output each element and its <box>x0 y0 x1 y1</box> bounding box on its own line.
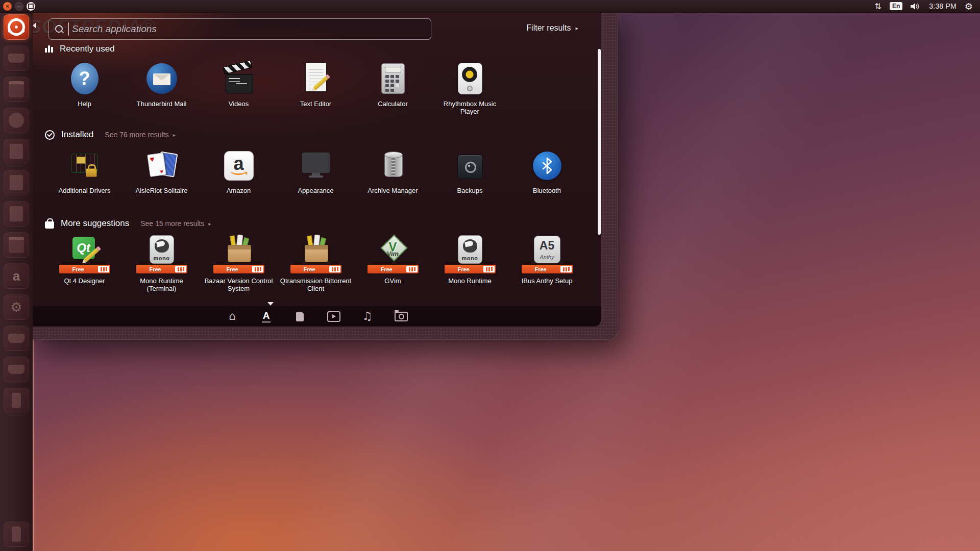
app-tile-backups[interactable]: Backups <box>431 146 508 194</box>
app-tile-bluetooth[interactable]: Bluetooth <box>508 146 585 194</box>
solitaire-icon <box>145 148 178 181</box>
app-tile-qt-designer[interactable]: Qt Free Qt 4 Designer <box>46 235 123 292</box>
software-center-chip-icon <box>175 266 186 272</box>
chevron-right-icon: ▸ <box>173 132 176 138</box>
maximize-button[interactable] <box>27 2 35 11</box>
calculator-icon <box>381 63 405 94</box>
launcher-item-libreoffice-writer[interactable] <box>4 139 29 164</box>
app-tile-archive-manager[interactable]: Archive Manager <box>354 146 431 194</box>
launcher-item-firefox[interactable] <box>4 108 29 133</box>
dash-frame: SOFTPEDIA® Search applications Filter re… <box>33 12 618 340</box>
app-tile-mono-runtime[interactable]: mono Free Mono Runtime <box>431 235 508 292</box>
search-input[interactable]: Search applications <box>48 18 431 40</box>
free-badge: Free <box>290 265 341 273</box>
search-placeholder: Search applications <box>72 23 157 35</box>
lens-home[interactable]: ⌂ <box>226 310 239 323</box>
close-button[interactable]: × <box>3 2 12 11</box>
lens-videos[interactable] <box>327 310 340 323</box>
free-badge: Free <box>445 265 496 273</box>
gvim-icon: VVim <box>378 235 408 264</box>
videos-icon <box>224 62 254 94</box>
desktop-screen: × – ⇅ En 3:38 PM ⚙ a ⚙ <box>0 0 980 551</box>
minimize-button[interactable]: – <box>15 2 23 11</box>
keyboard-layout-indicator[interactable]: En <box>890 2 902 10</box>
launcher-item-trash[interactable] <box>4 521 29 547</box>
installed-grid: Additional Drivers AisleRiot Solitaire a… <box>46 146 585 194</box>
camera-icon <box>395 312 408 321</box>
launcher-item-libreoffice-impress[interactable] <box>4 201 29 227</box>
app-tile-thunderbird[interactable]: Thunderbird Mail <box>123 59 200 115</box>
launcher-item-disk-drive-2[interactable] <box>4 357 29 382</box>
bluetooth-icon <box>533 152 561 180</box>
expand-results-arrow-icon[interactable] <box>267 302 274 306</box>
launcher-item-libreoffice-calc[interactable] <box>4 170 29 195</box>
see-more-suggestions[interactable]: See 15 more results▸ <box>140 219 211 228</box>
suggestions-bag-icon <box>45 221 54 229</box>
app-tile-calculator[interactable]: Calculator <box>354 59 431 115</box>
launcher-item-disk-drive-1[interactable] <box>4 325 29 351</box>
lens-applications[interactable]: A <box>260 310 273 323</box>
ibus-anthy-icon: A5Anthy <box>534 236 560 263</box>
launcher-item-ubuntu-software-center[interactable] <box>4 232 29 258</box>
launcher-item-system-settings[interactable]: ⚙ <box>4 294 29 320</box>
launcher-item-ubuntu-dash-home[interactable] <box>4 14 29 40</box>
appearance-icon <box>300 148 332 181</box>
software-center-chip-icon <box>560 266 572 272</box>
launcher-item-install-release[interactable] <box>4 45 29 71</box>
software-center-chip-icon <box>98 266 109 272</box>
applications-icon: A <box>262 311 271 322</box>
software-center-chip-icon <box>406 266 418 272</box>
archive-manager-icon <box>377 148 409 181</box>
software-center-chip-icon <box>483 266 495 272</box>
app-tile-qtransmission[interactable]: Free Qtransmission Bittorrent Client <box>277 235 354 292</box>
file-icon <box>296 312 304 321</box>
free-badge: Free <box>522 265 573 273</box>
free-badge: Free <box>368 265 419 273</box>
app-tile-videos[interactable]: Videos <box>200 59 277 115</box>
software-center-chip-icon <box>252 266 263 272</box>
volume-indicator-icon[interactable] <box>911 3 921 10</box>
app-tile-text-editor[interactable]: Text Editor <box>277 59 354 115</box>
section-header-more-suggestions: More suggestions See 15 more results▸ <box>33 216 601 231</box>
app-tile-ibus-anthy[interactable]: A5Anthy Free IBus Anthy Setup <box>508 235 585 292</box>
qt-designer-icon: Qt <box>69 235 100 264</box>
app-tile-solitaire[interactable]: AisleRiot Solitaire <box>123 146 200 194</box>
launcher-item-files[interactable] <box>4 77 29 102</box>
app-tile-rhythmbox[interactable]: Rhythmbox Music Player <box>431 59 508 115</box>
keyboard-layout-badge: En <box>890 2 902 10</box>
thunderbird-icon <box>146 63 177 94</box>
backups-icon <box>457 155 483 179</box>
active-launcher-arrow-icon <box>33 22 36 29</box>
see-more-installed[interactable]: See 76 more results▸ <box>105 131 175 139</box>
app-tile-gvim[interactable]: VVim Free GVim <box>354 235 431 292</box>
app-tile-mono-runtime-terminal[interactable]: mono Free Mono Runtime (Terminal) <box>123 235 200 292</box>
lens-files[interactable] <box>293 310 307 323</box>
app-tile-additional-drivers[interactable]: Additional Drivers <box>46 146 123 194</box>
text-editor-icon <box>301 62 331 94</box>
app-tile-appearance[interactable]: Appearance <box>277 146 354 194</box>
chevron-right-icon: ▸ <box>575 25 578 32</box>
additional-drivers-icon <box>68 148 101 181</box>
mono-runtime-icon: mono <box>150 235 174 264</box>
amazon-icon: a <box>224 151 254 181</box>
software-center-chip-icon <box>329 266 340 272</box>
app-tile-amazon[interactable]: a Amazon <box>200 146 277 194</box>
launcher: a ⚙ <box>0 12 33 551</box>
app-tile-help[interactable]: ? Help <box>46 59 123 115</box>
rhythmbox-icon <box>458 63 482 94</box>
network-indicator-icon[interactable]: ⇅ <box>875 2 881 11</box>
window-controls: × – <box>3 2 35 11</box>
launcher-item-amazon[interactable]: a <box>4 263 29 289</box>
dash-scrollbar[interactable] <box>598 49 601 235</box>
launcher-item-usb-drive[interactable] <box>4 388 29 413</box>
home-icon: ⌂ <box>229 311 236 322</box>
search-icon <box>55 25 63 33</box>
free-badge: Free <box>136 265 187 273</box>
session-menu-icon[interactable]: ⚙ <box>965 1 973 12</box>
filter-results-button[interactable]: Filter results▸ <box>526 23 578 33</box>
lens-photos[interactable] <box>395 310 408 323</box>
recently-used-icon <box>45 45 53 53</box>
app-tile-bazaar[interactable]: Free Bazaar Version Control System <box>200 235 277 292</box>
lens-music[interactable]: ♫ <box>361 310 374 323</box>
clock[interactable]: 3:38 PM <box>929 2 957 10</box>
